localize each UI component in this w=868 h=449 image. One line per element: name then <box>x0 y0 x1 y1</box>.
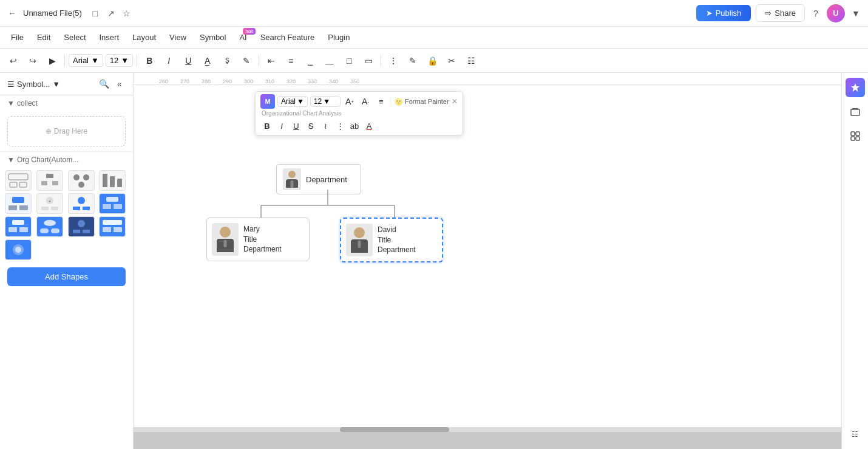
menu-search-feature[interactable]: Search Feature <box>254 30 321 44</box>
more-tools-button[interactable]: ⋮ <box>385 52 402 69</box>
format-painter-button[interactable]: 🌝 Format Painter <box>390 98 449 106</box>
shape-thumb-7[interactable] <box>68 193 95 214</box>
shape-thumb-12[interactable] <box>99 216 126 237</box>
redo-button[interactable]: ↪ <box>24 52 41 69</box>
shape-thumb-3[interactable] <box>68 170 95 191</box>
float-code-button[interactable]: ab <box>348 119 361 132</box>
menu-plugin[interactable]: Plugin <box>322 30 356 44</box>
external-icon[interactable]: ↗ <box>105 7 117 19</box>
shape-thumb-1[interactable] <box>5 170 32 191</box>
svg-rect-13 <box>8 205 17 210</box>
plus-icon: ⊕ <box>46 127 52 135</box>
separator-1 <box>64 55 65 67</box>
shape-thumb-11[interactable] <box>68 216 95 237</box>
menu-select[interactable]: Select <box>58 30 92 44</box>
float-unordered-list-button[interactable]: ⋮ <box>333 119 347 132</box>
scrollbar-thumb[interactable] <box>340 427 449 432</box>
main-wrap: ☰ Symbol... ▼ 🔍 « ▼ collect ⊕ Drag Here … <box>0 73 868 449</box>
avatar-body <box>286 179 298 188</box>
float-decrease-font-button[interactable]: A- <box>359 95 372 108</box>
table-button[interactable]: ☷ <box>463 52 480 69</box>
horizontal-scrollbar[interactable] <box>134 427 841 432</box>
float-font-size-select[interactable]: 12 ▼ <box>310 96 341 107</box>
sidebar-actions: 🔍 « <box>98 78 126 90</box>
float-toolbar-close[interactable]: ✕ <box>452 97 458 106</box>
layers-panel-button[interactable] <box>846 102 865 122</box>
horizontal-ruler: 260 270 280 290 300 310 320 330 340 350 <box>134 73 841 85</box>
shape-thumb-5[interactable] <box>5 193 32 214</box>
menu-edit[interactable]: Edit <box>31 30 56 44</box>
shape-thumb-9[interactable] <box>5 216 32 237</box>
drag-here-area[interactable]: ⊕ Drag Here <box>7 116 126 146</box>
float-align-button[interactable]: ≡ <box>375 95 388 108</box>
font-color-button[interactable]: A̲ <box>199 52 216 69</box>
menu-layout[interactable]: Layout <box>126 30 162 44</box>
share-button[interactable]: ⇨ Share <box>756 4 805 22</box>
ai-panel-button[interactable] <box>846 78 865 97</box>
shape-thumb-8[interactable] <box>99 193 126 214</box>
strikethrough-button[interactable]: S̰ <box>219 52 236 69</box>
org-child-david[interactable]: David Title Department <box>340 218 443 262</box>
top-node: Department <box>206 164 361 194</box>
publish-button[interactable]: ➤ Publish <box>696 5 751 21</box>
font-size-select[interactable]: 12 ▼ <box>106 54 133 67</box>
edit-mode-button[interactable]: ✎ <box>404 52 421 69</box>
add-shapes-button[interactable]: Add Shapes <box>7 267 126 286</box>
undo-button[interactable]: ↩ <box>5 52 22 69</box>
org-child-mary[interactable]: Mary Title Department <box>206 218 310 261</box>
align-left-button[interactable]: ⇤ <box>263 52 280 69</box>
dept-node-box[interactable]: Department <box>276 164 361 194</box>
shape-thumb-2[interactable] <box>36 170 63 191</box>
canvas-area[interactable]: M Arial ▼ 12 ▼ A+ A- ≡ <box>134 85 841 449</box>
float-underline-button[interactable]: U <box>290 119 303 132</box>
dropdown-icon[interactable]: ▼ <box>850 7 862 19</box>
svg-rect-25 <box>12 220 24 225</box>
shape-thumb-4[interactable] <box>99 170 126 191</box>
align-center-button[interactable]: ≡ <box>282 52 299 69</box>
grid-panel-button[interactable] <box>846 126 865 146</box>
search-icon[interactable]: 🔍 <box>98 78 110 90</box>
svg-rect-17 <box>41 207 49 210</box>
float-format-toolbar: M Arial ▼ 12 ▼ A+ A- ≡ <box>255 91 463 135</box>
avatar-body <box>351 239 368 253</box>
layout-options-button[interactable]: ☷ <box>846 425 865 444</box>
line-style2-button[interactable]: ⎯⎯ <box>321 52 338 69</box>
line-style-button[interactable]: ⎯ <box>302 52 319 69</box>
svg-point-8 <box>78 182 84 188</box>
underline-button[interactable]: U <box>180 52 197 69</box>
italic-button[interactable]: I <box>160 52 177 69</box>
collapse-icon[interactable]: « <box>114 78 126 90</box>
separator-4 <box>381 55 381 67</box>
svg-rect-32 <box>73 230 80 233</box>
star-icon[interactable]: ☆ <box>121 7 133 19</box>
float-ordered-list-button[interactable]: ≀ <box>319 119 332 132</box>
float-strikethrough-button[interactable]: S <box>304 119 317 132</box>
float-font-family-select[interactable]: Arial ▼ <box>277 96 308 107</box>
shape2-button[interactable]: ▭ <box>360 52 377 69</box>
float-italic-button[interactable]: I <box>275 119 288 132</box>
svg-rect-34 <box>103 220 122 225</box>
menu-view[interactable]: View <box>163 30 192 44</box>
menu-insert[interactable]: Insert <box>93 30 126 44</box>
font-family-select[interactable]: Arial ▼ <box>69 54 103 67</box>
float-bold-button[interactable]: B <box>260 119 274 132</box>
cut-button[interactable]: ✂ <box>443 52 460 69</box>
shape-thumb-10[interactable] <box>36 216 63 237</box>
menu-file[interactable]: File <box>5 30 30 44</box>
menu-symbol[interactable]: Symbol <box>194 30 232 44</box>
avatar[interactable]: U <box>827 4 845 22</box>
pointer-button[interactable]: ▶ <box>44 52 61 69</box>
menu-ai[interactable]: AI hot <box>233 30 253 44</box>
float-font-color-button[interactable]: A <box>362 119 376 132</box>
float-increase-font-button[interactable]: A+ <box>343 95 356 108</box>
shape-thumb-13[interactable] <box>5 239 32 260</box>
bold-button[interactable]: B <box>141 52 158 69</box>
save-icon[interactable]: □ <box>89 7 101 19</box>
lock-button[interactable]: 🔒 <box>424 52 441 69</box>
highlight-button[interactable]: ✎ <box>238 52 255 69</box>
back-icon[interactable]: ← <box>6 7 18 19</box>
separator-3 <box>259 55 259 67</box>
shape-thumb-6[interactable]: + <box>36 193 63 214</box>
help-icon[interactable]: ? <box>810 7 822 19</box>
shape-button[interactable]: □ <box>341 52 358 69</box>
